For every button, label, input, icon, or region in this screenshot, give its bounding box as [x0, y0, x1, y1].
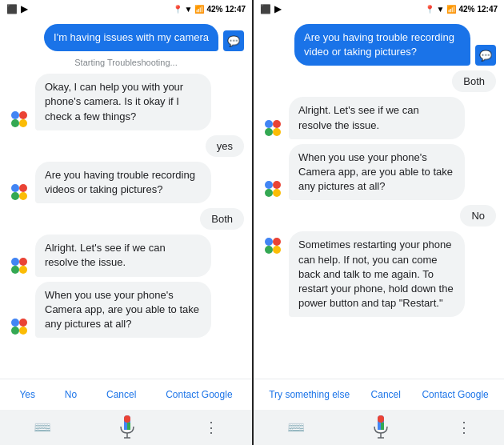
- system-text: Starting Troubleshooting...: [8, 56, 244, 69]
- svg-point-12: [11, 319, 19, 327]
- reply-chip-both-2: Both: [452, 70, 496, 92]
- user-bubble: I'm having issues with my camera: [44, 24, 218, 51]
- user-device-icon-2: 💬: [475, 45, 496, 66]
- time-2: 12:47: [477, 5, 498, 14]
- svg-point-9: [19, 258, 27, 266]
- msg-row: I'm having issues with my camera 💬: [8, 24, 244, 51]
- yes-button[interactable]: Yes: [14, 386, 40, 403]
- msg-row: Okay, I can help you with your phone's c…: [8, 74, 244, 130]
- panel-1: ⬛ ▶ 📍 ▼ 📶 42% 12:47 I'm having issues wi…: [0, 0, 252, 445]
- reply-row: No: [262, 205, 496, 227]
- svg-point-31: [273, 238, 281, 246]
- keyboard-icon-2[interactable]: ⌨️: [287, 419, 305, 436]
- app-icon-2: ⬛: [260, 4, 271, 14]
- svg-point-26: [265, 181, 273, 189]
- location-icon-2: 📍: [425, 5, 434, 14]
- status-bar-1: ⬛ ▶ 📍 ▼ 📶 42% 12:47: [0, 0, 252, 18]
- bot-bubble: Okay, I can help you with your phone's c…: [35, 74, 211, 130]
- svg-point-27: [273, 181, 281, 189]
- svg-rect-37: [381, 423, 384, 430]
- status-left-2: ⬛ ▶: [260, 4, 281, 14]
- svg-point-33: [273, 246, 281, 254]
- msg-row: When you use your phone's Camera app, ar…: [262, 144, 496, 201]
- msg-row: Alright. Let's see if we can resolve the…: [262, 97, 496, 138]
- app-icon-1: ⬛: [6, 4, 18, 14]
- svg-point-11: [19, 266, 27, 274]
- svg-rect-35: [378, 415, 384, 423]
- media-icon-1: ▶: [21, 4, 27, 14]
- svg-point-28: [265, 189, 273, 197]
- time-1: 12:47: [225, 5, 246, 14]
- svg-rect-19: [127, 423, 130, 430]
- cancel-button[interactable]: Cancel: [102, 386, 141, 403]
- panel-2: ⬛ ▶ 📍 ▼ 📶 42% 12:47 Are you having troub…: [252, 0, 504, 445]
- msg-row: Are you having trouble recording video o…: [262, 24, 496, 66]
- signal-icon-2: 📶: [446, 5, 456, 14]
- svg-point-8: [11, 258, 19, 266]
- reply-chip: yes: [206, 135, 244, 157]
- bot-bubble: Sometimes restarting your phone can help…: [289, 231, 465, 317]
- mic-icon-2[interactable]: [371, 415, 390, 439]
- battery-text-2: 42%: [458, 5, 474, 14]
- contact-google-button[interactable]: Contact Google: [161, 386, 237, 403]
- try-something-else-button[interactable]: Try something else: [264, 386, 354, 403]
- svg-point-6: [11, 192, 19, 200]
- status-bar-2: ⬛ ▶ 📍 ▼ 📶 42% 12:47: [254, 0, 504, 18]
- msg-row: Sometimes restarting your phone can help…: [262, 231, 496, 317]
- reply-row: Both: [262, 70, 496, 92]
- svg-rect-18: [124, 423, 127, 430]
- chat-area-2: Are you having trouble recording video o…: [254, 18, 504, 379]
- more-icon[interactable]: ⋮: [204, 419, 218, 436]
- contact-google-button-2[interactable]: Contact Google: [417, 386, 493, 403]
- keyboard-icon[interactable]: ⌨️: [34, 419, 51, 436]
- user-bubble: Are you having trouble recording video o…: [294, 24, 470, 66]
- bot-bubble: When you use your phone's Camera app, ar…: [289, 144, 465, 201]
- svg-point-10: [11, 266, 19, 274]
- reply-chip-both: Both: [200, 208, 244, 230]
- reply-chip-no: No: [460, 205, 496, 227]
- svg-point-15: [19, 327, 27, 335]
- google-avatar: [8, 108, 30, 130]
- mic-icon[interactable]: [118, 415, 137, 439]
- bot-bubble: Alright. Let's see if we can resolve the…: [35, 235, 211, 276]
- svg-point-5: [19, 184, 27, 192]
- msg-row: Alright. Let's see if we can resolve the…: [8, 235, 244, 276]
- msg-row: Are you having trouble recording videos …: [8, 162, 244, 203]
- svg-point-3: [19, 119, 27, 127]
- status-right-1: 📍 ▼ 📶 42% 12:47: [173, 5, 246, 14]
- location-icon: 📍: [173, 5, 182, 14]
- chat-area-1: I'm having issues with my camera 💬 Start…: [0, 18, 252, 379]
- svg-point-1: [19, 111, 27, 119]
- svg-rect-36: [378, 423, 381, 430]
- bottom-nav-1: ⌨️ ⋮: [0, 410, 252, 445]
- google-avatar: [8, 255, 30, 277]
- bot-bubble: Are you having trouble recording videos …: [35, 162, 211, 203]
- status-left-1: ⬛ ▶: [6, 4, 27, 14]
- svg-point-24: [265, 128, 273, 136]
- action-bar-2: Try something else Cancel Contact Google: [254, 379, 504, 410]
- more-icon-2[interactable]: ⋮: [457, 419, 471, 436]
- no-button[interactable]: No: [60, 386, 82, 403]
- bottom-nav-2: ⌨️ ⋮: [254, 410, 504, 445]
- google-avatar: [262, 178, 284, 200]
- svg-point-30: [265, 238, 273, 246]
- svg-point-14: [11, 327, 19, 335]
- svg-point-23: [273, 120, 281, 128]
- svg-point-13: [19, 319, 27, 327]
- battery-text-1: 42%: [206, 5, 222, 14]
- media-icon-2: ▶: [274, 4, 281, 14]
- google-avatar: [262, 117, 284, 139]
- svg-point-0: [11, 111, 19, 119]
- signal-icon: 📶: [194, 5, 204, 14]
- bot-bubble: Alright. Let's see if we can resolve the…: [289, 97, 465, 138]
- svg-rect-17: [124, 415, 130, 423]
- svg-point-25: [273, 128, 281, 136]
- svg-point-32: [265, 246, 273, 254]
- svg-point-2: [11, 119, 19, 127]
- svg-point-22: [265, 120, 273, 128]
- cancel-button-2[interactable]: Cancel: [366, 386, 406, 403]
- reply-row: Both: [8, 208, 244, 230]
- wifi-icon: ▼: [185, 5, 193, 14]
- google-avatar: [262, 235, 284, 257]
- user-device-icon: 💬: [223, 30, 244, 51]
